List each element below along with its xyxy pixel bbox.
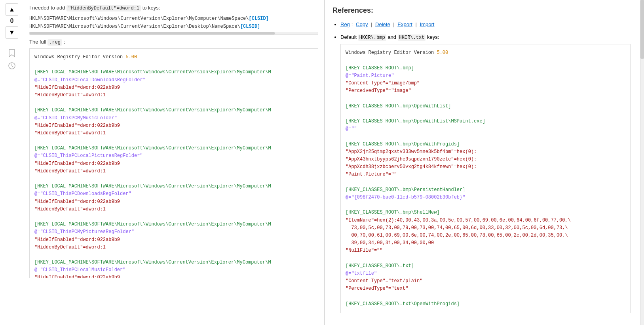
code-line-key-3: [HKEY_LOCAL_MACHINE\SOFTWARE\Microsoft\W…	[34, 145, 313, 152]
code-line-hide-6: "HideIfEnabled"=dword:022ab9b9	[34, 274, 313, 278]
reg-path-2-text: HKLM\SOFTWARE\Microsoft\Windows\CurrentV…	[29, 24, 240, 29]
bookmark-icon[interactable]	[7, 48, 17, 58]
right-app2: "AppX43hnxtbyyps62jhe9sqpdzxn1790zetc"=h…	[346, 157, 477, 162]
code-line-key-6: [HKEY_LOCAL_MACHINE\SOFTWARE\Microsoft\W…	[34, 259, 313, 266]
ref2-code1: HKCR\.bmp	[358, 34, 386, 41]
vote-sidebar: ▲ 0 ▼	[0, 0, 24, 325]
right-txt-perceived: "PerceivedType"="text"	[346, 286, 408, 291]
ref2-prefix: Default	[340, 34, 358, 40]
right-bmp-content-type: "Content Type"="image/bmp"	[346, 80, 420, 86]
code-line-key-2: [HKEY_LOCAL_MACHINE\SOFTWARE\Microsoft\W…	[34, 107, 313, 114]
code-line-val-2: @="CLSID_ThisPCMyMusicFolder"	[34, 115, 313, 122]
code-line-val-5: @="CLSID_ThisPCMyPicturesRegFolder"	[34, 228, 313, 236]
full-reg-colon: :	[62, 39, 65, 45]
right-txt-key: [HKEY_CLASSES_ROOT\.txt]	[346, 263, 414, 269]
right-persistent: [HKEY_CLASSES_ROOT\.bmp\PersistentHandle…	[346, 187, 465, 193]
intro-suffix: to keys:	[141, 5, 160, 11]
code-line-val-4: @="CLSID_ThisPCDownloadsRegFolder"	[34, 190, 313, 198]
left-panel: ▲ 0 ▼ I needed to add "HiddenByDefault"=…	[0, 0, 325, 325]
right-bmp-openwith: [HKEY_CLASSES_ROOT\.bmp\OpenWithList]	[346, 103, 451, 109]
reg-path-2: HKLM\SOFTWARE\Microsoft\Windows\CurrentV…	[29, 24, 318, 29]
right-paint-picture: "Paint.Picture"=""	[346, 172, 397, 177]
reg-path-1-text: HKLM\SOFTWARE\Microsoft\Windows\CurrentV…	[29, 16, 249, 21]
right-bmp-mspaint: [HKEY_CLASSES_ROOT\.bmp\OpenWithList\MSP…	[346, 119, 485, 124]
vote-count: 0	[10, 17, 14, 25]
right-version-line: Windows Registry Editor Version 5.00	[346, 50, 448, 55]
ref2-code2: HKCR\.txt	[398, 34, 426, 41]
reg-path-1: HKLM\SOFTWARE\Microsoft\Windows\CurrentV…	[29, 16, 318, 21]
chevron-down-icon: ▼	[9, 29, 15, 36]
code-line-key-5: [HKEY_LOCAL_MACHINE\SOFTWARE\Microsoft\W…	[34, 221, 313, 228]
ref2-suffix: keys:	[426, 34, 439, 40]
ref-item-1: Reg: Copy | Delete | Export | Import	[340, 20, 631, 29]
code-line-blank-5	[34, 213, 313, 221]
code-line-blank-6	[34, 251, 313, 259]
right-bmp-perceived: "PerceivedType"="image"	[346, 88, 411, 94]
code-line-hide-4: "HideIfEnabled"=dword:022ab9b9	[34, 198, 313, 206]
code-line-hide-1: "HideIfEnabled"=dword:022ab9b9	[34, 84, 313, 92]
references-list: Reg: Copy | Delete | Export | Import Def…	[332, 20, 631, 313]
code-line-blank-3	[34, 137, 313, 145]
registry-code-box[interactable]: Windows Registry Editor Version 5.00 [HK…	[29, 48, 318, 278]
code-line-hidden-5: "HiddenByDefault"=dword:1	[34, 244, 313, 251]
right-persistent-val: @="{098f2470-bae0-11cd-b579-08002b30bfeb…	[346, 195, 465, 200]
reg-path-2-highlight: [CLSID]	[240, 24, 260, 29]
right-txt-progids: [HKEY_CLASSES_ROOT\.txt\OpenWithProgids]	[346, 301, 460, 307]
reg-path-1-highlight: [CLSID]	[249, 16, 269, 21]
full-reg-label: The full .reg :	[29, 39, 318, 45]
right-app3: "AppXcdh38jxzbcberv50vxg2tg4k84kfnewn"=h…	[346, 164, 477, 170]
ref-delete-link[interactable]: Delete	[375, 21, 390, 27]
ref-import-link[interactable]: Import	[420, 21, 435, 27]
right-bmp-default: @="Paint.Picture"	[346, 73, 394, 78]
code-line-blank-4	[34, 175, 313, 183]
ref2-middle: and	[386, 34, 398, 40]
right-panel: References: Reg: Copy | Delete | Export …	[325, 0, 644, 325]
right-panel-scrollbar[interactable]	[640, 0, 644, 325]
code-line-val-3: @="CLSID_ThisPCLocalPicturesRegFolder"	[34, 152, 313, 160]
code-line-hidden-1: "HiddenByDefault"=dword:1	[34, 92, 313, 99]
history-icon[interactable]	[7, 61, 17, 71]
right-panel-inner: References: Reg: Copy | Delete | Export …	[332, 6, 636, 313]
code-line-hide-3: "HideIfEnabled"=dword:022ab9b9	[34, 160, 313, 168]
code-line-blank-2	[34, 99, 313, 107]
right-app1: "AppX2jm25qtmp2qxstv333wv5mne3k5bf4bm"=h…	[346, 149, 477, 155]
action-icons	[7, 48, 17, 71]
ref-export-link[interactable]: Export	[397, 21, 412, 27]
right-scrollbar-thumb	[640, 0, 644, 59]
code-line-hide-2: "HideIfEnabled"=dword:022ab9b9	[34, 122, 313, 130]
ref-reg-link[interactable]: Reg	[340, 21, 350, 27]
ref-item-2: Default HKCR\.bmp and HKCR\.txt keys: Wi…	[340, 33, 631, 313]
path-scrollbar-thumb	[30, 32, 275, 34]
right-txt-default: @="txtfile"	[346, 271, 377, 276]
vote-down-button[interactable]: ▼	[6, 26, 18, 39]
full-reg-prefix: The full	[29, 39, 47, 45]
chevron-up-icon: ▲	[9, 6, 15, 13]
code-line-hidden-2: "HiddenByDefault"=dword:1	[34, 130, 313, 137]
right-bmp-mspaint-default: @=""	[346, 126, 357, 132]
code-line-1: Windows Registry Editor Version 5.00	[34, 54, 313, 61]
hidden-by-default-code: "HiddenByDefault"=dword:1	[66, 5, 141, 11]
right-itemname: "ItemName"=hex(2):40,00,43,00,3a,00,5c,0…	[346, 218, 571, 246]
right-bmp-key: [HKEY_CLASSES_ROOT\.bmp]	[346, 65, 414, 71]
right-shellnew: [HKEY_CLASSES_ROOT\.bmp\ShellNew]	[346, 210, 440, 215]
code-line-blank-1	[34, 61, 313, 69]
intro-text: I needed to add "HiddenByDefault"=dword:…	[29, 4, 318, 12]
right-bmp-progids: [HKEY_CLASSES_ROOT\.bmp\OpenWithProgids]	[346, 141, 460, 147]
code-line-hidden-4: "HiddenByDefault"=dword:1	[34, 206, 313, 213]
vote-up-button[interactable]: ▲	[6, 3, 18, 16]
right-txt-content-type: "Content Type"="text/plain"	[346, 278, 422, 284]
code-line-key-1: [HKEY_LOCAL_MACHINE\SOFTWARE\Microsoft\W…	[34, 69, 313, 76]
right-nullfile: "NullFile"=""	[346, 248, 383, 253]
full-reg-ext: .reg	[47, 39, 62, 46]
code-line-val-1: @="CLSID_ThisPCLocalDownloadsRegFolder"	[34, 76, 313, 84]
path-scrollbar[interactable]	[29, 32, 318, 35]
code-line-key-4: [HKEY_LOCAL_MACHINE\SOFTWARE\Microsoft\W…	[34, 183, 313, 190]
references-title: References:	[332, 6, 631, 15]
right-code-box[interactable]: Windows Registry Editor Version 5.00 [HK…	[340, 44, 631, 313]
code-line-val-6: @="CLSID_ThisPCLocalMusicFolder"	[34, 266, 313, 274]
main-content: I needed to add "HiddenByDefault"=dword:…	[24, 0, 324, 325]
ref-copy-link[interactable]: Copy	[356, 21, 368, 27]
intro-prefix: I needed to add	[29, 5, 66, 11]
code-line-hide-5: "HideIfEnabled"=dword:022ab9b9	[34, 236, 313, 244]
code-line-hidden-3: "HiddenByDefault"=dword:1	[34, 168, 313, 175]
